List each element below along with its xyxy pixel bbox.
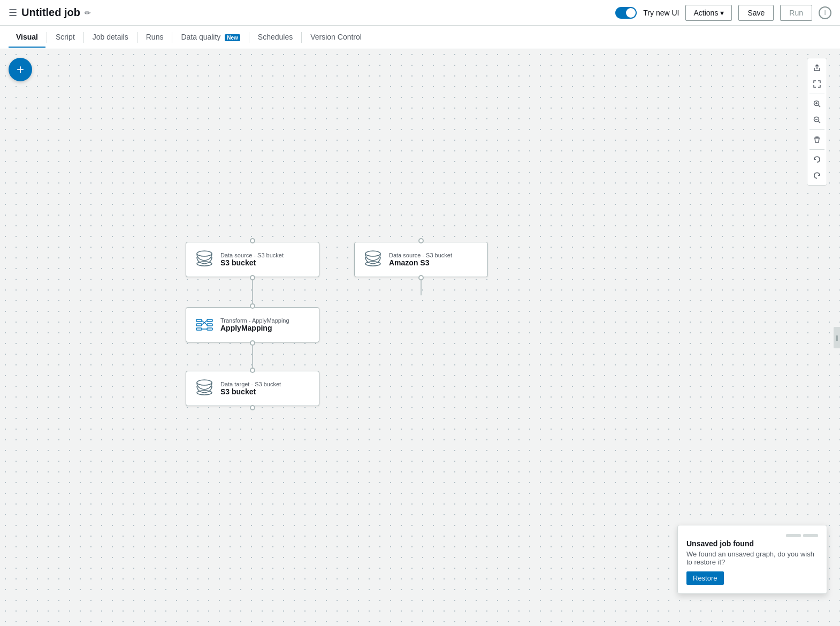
toast-bar-1 — [786, 534, 801, 537]
tab-separator-3 — [137, 32, 138, 43]
edit-icon[interactable]: ✏ — [85, 9, 91, 17]
right-toolbar — [807, 58, 827, 186]
add-node-button[interactable]: + — [9, 58, 32, 81]
node-target-text: Data target - S3 bucket S3 bucket — [220, 381, 310, 396]
node-transform-icon — [195, 315, 214, 334]
node-source2-subtitle: Data source - S3 bucket — [389, 252, 479, 258]
save-button[interactable]: Save — [738, 5, 774, 21]
side-panel-handle[interactable]: ‖ — [834, 327, 840, 348]
svg-rect-18 — [207, 324, 212, 326]
node-source1-text: Data source - S3 bucket S3 bucket — [220, 252, 310, 267]
undo-button[interactable] — [810, 152, 824, 167]
tab-separator-5 — [249, 32, 249, 43]
toast-bar-2 — [803, 534, 818, 537]
node-source2-icon — [363, 250, 383, 269]
svg-line-32 — [819, 121, 821, 124]
svg-point-11 — [197, 251, 212, 256]
svg-rect-19 — [196, 328, 202, 330]
toolbar-divider-3 — [810, 149, 824, 150]
node-target-title: S3 bucket — [220, 387, 310, 396]
node-source2[interactable]: Data source - S3 bucket Amazon S3 — [354, 242, 488, 277]
node-source1-subtitle: Data source - S3 bucket — [220, 252, 310, 258]
toast-title: Unsaved job found — [686, 539, 818, 548]
tab-separator-6 — [301, 32, 302, 43]
node-transform-text: Transform - ApplyMapping ApplyMapping — [220, 317, 310, 332]
hamburger-icon[interactable]: ☰ — [9, 7, 17, 19]
tab-schedules[interactable]: Schedules — [250, 27, 300, 48]
tab-script[interactable]: Script — [48, 27, 82, 48]
new-badge: New — [225, 34, 240, 41]
plus-icon: + — [17, 62, 24, 77]
svg-rect-16 — [207, 319, 212, 322]
delete-button[interactable] — [810, 132, 824, 147]
info-label: i — [824, 9, 826, 17]
node-target-icon — [195, 379, 214, 398]
try-new-ui-toggle[interactable] — [615, 7, 637, 19]
toast-bar-row — [686, 534, 818, 537]
svg-rect-20 — [207, 328, 212, 330]
toast-actions: Restore — [686, 571, 818, 585]
tab-data-quality[interactable]: Data quality New — [173, 27, 247, 48]
svg-point-13 — [365, 251, 380, 256]
actions-label: Actions — [693, 9, 718, 17]
svg-rect-15 — [196, 319, 202, 322]
svg-point-10 — [250, 406, 255, 410]
tab-separator-2 — [83, 32, 84, 43]
topbar: ☰ Untitled job ✏ Try new UI Actions ▾ Sa… — [0, 0, 840, 26]
topbar-left: ☰ Untitled job ✏ — [9, 6, 91, 19]
topbar-right: Try new UI Actions ▾ Save Run i — [615, 5, 831, 21]
zoom-in-button[interactable] — [810, 96, 824, 111]
redo-button[interactable] — [810, 168, 824, 183]
tab-separator-1 — [47, 32, 47, 43]
toast-body: We found an unsaved graph, do you wish t… — [686, 550, 818, 566]
svg-point-24 — [197, 380, 212, 385]
node-source1-icon — [195, 250, 214, 269]
node-source1[interactable]: Data source - S3 bucket S3 bucket — [186, 242, 319, 277]
node-source1-title: S3 bucket — [220, 258, 310, 267]
canvas-area: + Data source - S3 bucket S3 bucket — [0, 49, 840, 626]
toolbar-divider-2 — [810, 129, 824, 130]
actions-button[interactable]: Actions ▾ — [685, 5, 732, 21]
info-icon[interactable]: i — [819, 6, 831, 19]
tabbar: Visual Script Job details Runs Data qual… — [0, 26, 840, 49]
svg-rect-17 — [196, 324, 202, 326]
fit-view-button[interactable] — [810, 77, 824, 91]
chevron-down-icon: ▾ — [720, 9, 724, 17]
side-handle-icon: ‖ — [836, 335, 838, 341]
node-source2-text: Data source - S3 bucket Amazon S3 — [389, 252, 479, 267]
svg-line-29 — [819, 105, 821, 108]
toast-unsaved-job: Unsaved job found We found an unsaved gr… — [677, 525, 827, 594]
restore-button[interactable]: Restore — [686, 571, 724, 585]
node-source2-title: Amazon S3 — [389, 258, 479, 267]
zoom-out-button[interactable] — [810, 112, 824, 127]
tab-version-control[interactable]: Version Control — [303, 27, 369, 48]
tab-visual[interactable]: Visual — [9, 27, 45, 48]
job-title: Untitled job — [21, 6, 80, 19]
node-transform-subtitle: Transform - ApplyMapping — [220, 317, 310, 324]
share-button[interactable] — [810, 60, 824, 75]
run-button[interactable]: Run — [780, 5, 812, 21]
tab-runs[interactable]: Runs — [139, 27, 171, 48]
node-transform[interactable]: Transform - ApplyMapping ApplyMapping — [186, 307, 319, 342]
toolbar-divider-1 — [810, 94, 824, 94]
node-target-subtitle: Data target - S3 bucket — [220, 381, 310, 387]
try-new-ui-label: Try new UI — [643, 9, 679, 17]
node-target[interactable]: Data target - S3 bucket S3 bucket — [186, 371, 319, 406]
tab-job-details[interactable]: Job details — [85, 27, 136, 48]
tab-separator-4 — [172, 32, 172, 43]
node-transform-title: ApplyMapping — [220, 324, 310, 332]
